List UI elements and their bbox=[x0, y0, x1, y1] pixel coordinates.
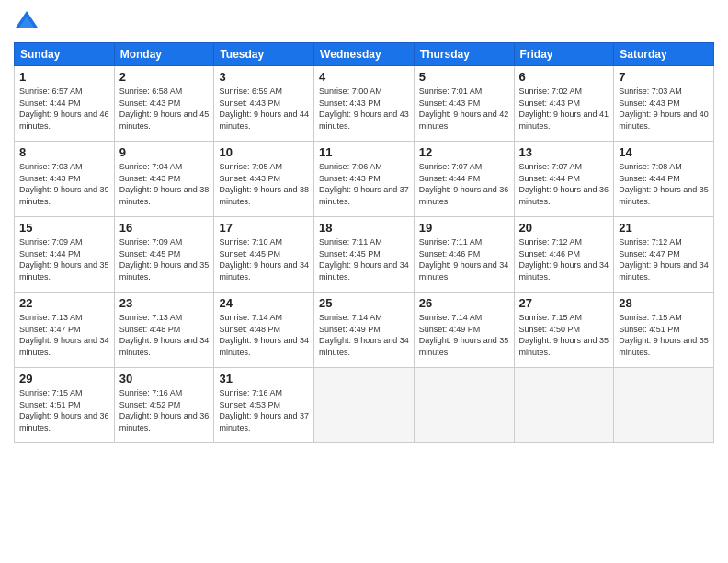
weekday-wednesday: Wednesday bbox=[314, 43, 415, 66]
daylight-label: Daylight: 9 hours and 34 minutes. bbox=[519, 260, 609, 282]
sunrise-label: Sunrise: 7:09 AM bbox=[119, 237, 183, 247]
logo-icon bbox=[14, 9, 40, 35]
daylight-label: Daylight: 9 hours and 35 minutes. bbox=[419, 336, 509, 357]
sunrise-label: Sunrise: 7:01 AM bbox=[419, 86, 483, 96]
calendar-cell: 28 Sunrise: 7:15 AM Sunset: 4:51 PM Dayl… bbox=[614, 293, 714, 368]
calendar-cell: 4 Sunrise: 7:00 AM Sunset: 4:43 PM Dayli… bbox=[314, 66, 415, 142]
sunset-label: Sunset: 4:43 PM bbox=[119, 174, 181, 183]
sunset-label: Sunset: 4:48 PM bbox=[119, 325, 181, 334]
daylight-label: Daylight: 9 hours and 34 minutes. bbox=[319, 260, 409, 282]
sunset-label: Sunset: 4:43 PM bbox=[619, 98, 680, 108]
day-number: 3 bbox=[219, 70, 309, 84]
sunset-label: Sunset: 4:47 PM bbox=[19, 325, 81, 334]
day-info: Sunrise: 7:05 AM Sunset: 4:43 PM Dayligh… bbox=[219, 161, 309, 207]
sunset-label: Sunset: 4:53 PM bbox=[219, 400, 280, 409]
calendar-cell: 13 Sunrise: 7:07 AM Sunset: 4:44 PM Dayl… bbox=[514, 142, 614, 217]
day-info: Sunrise: 7:14 AM Sunset: 4:48 PM Dayligh… bbox=[219, 312, 309, 358]
day-info: Sunrise: 6:59 AM Sunset: 4:43 PM Dayligh… bbox=[219, 86, 309, 132]
week-row-3: 15 Sunrise: 7:09 AM Sunset: 4:44 PM Dayl… bbox=[15, 217, 714, 293]
sunset-label: Sunset: 4:43 PM bbox=[319, 174, 381, 183]
sunset-label: Sunset: 4:52 PM bbox=[119, 400, 181, 409]
sunset-label: Sunset: 4:43 PM bbox=[219, 174, 280, 183]
sunrise-label: Sunrise: 7:14 AM bbox=[419, 313, 483, 322]
calendar-cell: 9 Sunrise: 7:04 AM Sunset: 4:43 PM Dayli… bbox=[114, 142, 214, 217]
daylight-label: Daylight: 9 hours and 36 minutes. bbox=[519, 185, 609, 206]
daylight-label: Daylight: 9 hours and 34 minutes. bbox=[319, 336, 409, 357]
day-number: 16 bbox=[119, 221, 210, 235]
daylight-label: Daylight: 9 hours and 37 minutes. bbox=[319, 185, 409, 206]
sunset-label: Sunset: 4:48 PM bbox=[219, 325, 280, 334]
day-number: 31 bbox=[219, 372, 309, 385]
day-number: 27 bbox=[519, 296, 609, 310]
daylight-label: Daylight: 9 hours and 45 minutes. bbox=[119, 109, 210, 131]
calendar-cell bbox=[414, 368, 514, 443]
day-info: Sunrise: 6:57 AM Sunset: 4:44 PM Dayligh… bbox=[19, 86, 109, 132]
sunset-label: Sunset: 4:44 PM bbox=[19, 249, 81, 259]
sunset-label: Sunset: 4:44 PM bbox=[619, 174, 680, 183]
day-info: Sunrise: 7:14 AM Sunset: 4:49 PM Dayligh… bbox=[319, 312, 409, 358]
sunset-label: Sunset: 4:44 PM bbox=[519, 174, 581, 183]
calendar-cell: 27 Sunrise: 7:15 AM Sunset: 4:50 PM Dayl… bbox=[514, 293, 614, 368]
day-info: Sunrise: 7:16 AM Sunset: 4:53 PM Dayligh… bbox=[219, 387, 309, 433]
day-number: 11 bbox=[319, 145, 409, 159]
header bbox=[14, 9, 714, 35]
day-info: Sunrise: 7:14 AM Sunset: 4:49 PM Dayligh… bbox=[419, 312, 509, 358]
day-info: Sunrise: 7:10 AM Sunset: 4:45 PM Dayligh… bbox=[219, 236, 309, 282]
day-number: 21 bbox=[619, 221, 709, 235]
day-number: 23 bbox=[119, 296, 210, 310]
sunrise-label: Sunrise: 7:16 AM bbox=[119, 388, 183, 397]
day-number: 10 bbox=[219, 145, 309, 159]
sunrise-label: Sunrise: 7:15 AM bbox=[519, 313, 583, 322]
day-number: 19 bbox=[419, 221, 509, 235]
sunset-label: Sunset: 4:49 PM bbox=[419, 325, 481, 334]
sunset-label: Sunset: 4:44 PM bbox=[419, 174, 481, 183]
calendar-cell: 11 Sunrise: 7:06 AM Sunset: 4:43 PM Dayl… bbox=[314, 142, 415, 217]
day-number: 25 bbox=[319, 296, 409, 310]
sunset-label: Sunset: 4:43 PM bbox=[19, 174, 81, 183]
sunset-label: Sunset: 4:45 PM bbox=[219, 249, 280, 259]
sunset-label: Sunset: 4:51 PM bbox=[619, 325, 680, 334]
calendar-cell: 23 Sunrise: 7:13 AM Sunset: 4:48 PM Dayl… bbox=[114, 293, 214, 368]
sunrise-label: Sunrise: 7:02 AM bbox=[519, 86, 583, 96]
sunrise-label: Sunrise: 7:08 AM bbox=[619, 162, 682, 171]
sunrise-label: Sunrise: 7:12 AM bbox=[519, 237, 583, 247]
day-info: Sunrise: 7:00 AM Sunset: 4:43 PM Dayligh… bbox=[319, 86, 409, 132]
calendar-cell: 1 Sunrise: 6:57 AM Sunset: 4:44 PM Dayli… bbox=[15, 66, 115, 142]
calendar-cell bbox=[514, 368, 614, 443]
day-info: Sunrise: 7:11 AM Sunset: 4:46 PM Dayligh… bbox=[419, 236, 509, 282]
day-info: Sunrise: 7:07 AM Sunset: 4:44 PM Dayligh… bbox=[519, 161, 609, 207]
calendar-cell: 26 Sunrise: 7:14 AM Sunset: 4:49 PM Dayl… bbox=[414, 293, 514, 368]
daylight-label: Daylight: 9 hours and 36 minutes. bbox=[419, 185, 509, 206]
day-info: Sunrise: 7:13 AM Sunset: 4:47 PM Dayligh… bbox=[19, 312, 109, 358]
calendar-cell: 25 Sunrise: 7:14 AM Sunset: 4:49 PM Dayl… bbox=[314, 293, 415, 368]
week-row-1: 1 Sunrise: 6:57 AM Sunset: 4:44 PM Dayli… bbox=[15, 66, 714, 142]
daylight-label: Daylight: 9 hours and 35 minutes. bbox=[19, 260, 109, 282]
sunset-label: Sunset: 4:44 PM bbox=[19, 98, 81, 108]
calendar-body: 1 Sunrise: 6:57 AM Sunset: 4:44 PM Dayli… bbox=[15, 66, 714, 443]
calendar-cell: 2 Sunrise: 6:58 AM Sunset: 4:43 PM Dayli… bbox=[114, 66, 214, 142]
day-number: 12 bbox=[419, 145, 509, 159]
day-info: Sunrise: 7:03 AM Sunset: 4:43 PM Dayligh… bbox=[19, 161, 109, 207]
day-number: 8 bbox=[19, 145, 109, 159]
calendar-cell: 18 Sunrise: 7:11 AM Sunset: 4:45 PM Dayl… bbox=[314, 217, 415, 293]
weekday-sunday: Sunday bbox=[15, 43, 115, 66]
sunset-label: Sunset: 4:50 PM bbox=[519, 325, 581, 334]
day-info: Sunrise: 7:12 AM Sunset: 4:47 PM Dayligh… bbox=[619, 236, 709, 282]
sunset-label: Sunset: 4:43 PM bbox=[419, 98, 481, 108]
page: SundayMondayTuesdayWednesdayThursdayFrid… bbox=[0, 0, 728, 563]
sunrise-label: Sunrise: 7:15 AM bbox=[619, 313, 682, 322]
day-number: 22 bbox=[19, 296, 109, 310]
day-info: Sunrise: 7:12 AM Sunset: 4:46 PM Dayligh… bbox=[519, 236, 609, 282]
calendar-cell: 10 Sunrise: 7:05 AM Sunset: 4:43 PM Dayl… bbox=[214, 142, 314, 217]
sunrise-label: Sunrise: 7:03 AM bbox=[619, 86, 682, 96]
sunset-label: Sunset: 4:43 PM bbox=[519, 98, 581, 108]
sunrise-label: Sunrise: 6:59 AM bbox=[219, 86, 282, 96]
daylight-label: Daylight: 9 hours and 34 minutes. bbox=[119, 336, 210, 357]
logo bbox=[14, 9, 43, 35]
sunrise-label: Sunrise: 7:09 AM bbox=[19, 237, 83, 247]
weekday-thursday: Thursday bbox=[414, 43, 514, 66]
daylight-label: Daylight: 9 hours and 37 minutes. bbox=[219, 411, 309, 432]
day-info: Sunrise: 7:09 AM Sunset: 4:44 PM Dayligh… bbox=[19, 236, 109, 282]
sunset-label: Sunset: 4:51 PM bbox=[19, 400, 81, 409]
daylight-label: Daylight: 9 hours and 35 minutes. bbox=[619, 336, 709, 357]
